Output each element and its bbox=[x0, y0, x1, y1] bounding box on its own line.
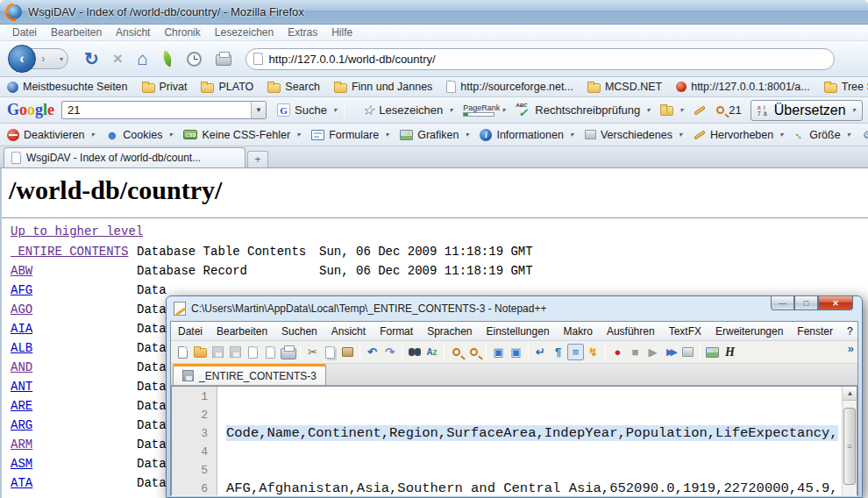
npp-menu-datei[interactable]: Datei bbox=[171, 325, 210, 338]
textfx-h-icon[interactable]: H bbox=[722, 344, 738, 360]
toolbar-overflow-chevron[interactable]: » bbox=[848, 342, 854, 355]
undo-icon[interactable]: ↶ bbox=[364, 344, 381, 360]
url-bar[interactable]: http://127.0.0.1/world-db/country/ bbox=[245, 48, 835, 70]
google-lesezeichen-button[interactable]: ☆Lesezeichen▾ bbox=[362, 102, 452, 118]
forward-button[interactable]: › bbox=[41, 52, 45, 65]
redo-icon[interactable]: ↷ bbox=[381, 344, 398, 360]
macro-save-icon[interactable] bbox=[679, 344, 696, 360]
menu-chronik[interactable]: Chronik bbox=[157, 26, 207, 39]
notepadpp-titlebar[interactable]: C:\Users\Martin\AppData\Local\Temp\_ENTI… bbox=[170, 296, 858, 321]
bookmark-mcsd[interactable]: MCSD.NET bbox=[587, 81, 662, 93]
npp-menu-format[interactable]: Format bbox=[373, 325, 420, 338]
close-all-icon[interactable] bbox=[262, 344, 279, 360]
close-button[interactable]: ✕ bbox=[818, 296, 853, 310]
menu-lesezeichen[interactable]: Lesezeichen bbox=[208, 26, 281, 39]
menu-bearbeiten[interactable]: Bearbeiten bbox=[44, 26, 109, 39]
stop-button[interactable]: × bbox=[113, 49, 123, 68]
entry-link-arg[interactable]: ARG bbox=[11, 418, 137, 432]
dev-hervorheben[interactable]: Hervorheben▾ bbox=[694, 129, 783, 141]
npp-menu-help[interactable]: ? bbox=[840, 325, 860, 338]
macro-record-icon[interactable]: ● bbox=[609, 344, 626, 360]
google-search-input[interactable]: 21 ▼ bbox=[61, 101, 267, 119]
npp-menu-bearbeiten[interactable]: Bearbeiten bbox=[210, 325, 274, 338]
npp-menu-ansicht[interactable]: Ansicht bbox=[324, 325, 373, 338]
sync-horizontal-icon[interactable]: ▣ bbox=[508, 344, 524, 360]
npp-menu-textfx[interactable]: TextFX bbox=[662, 325, 708, 338]
npp-menu-makro[interactable]: Makro bbox=[557, 325, 600, 338]
npp-menu-suchen[interactable]: Suchen bbox=[274, 325, 324, 338]
entry-link-entire-contents[interactable]: _ENTIRE_CONTENTS bbox=[11, 245, 137, 259]
macro-play-icon[interactable]: ▶ bbox=[644, 344, 661, 360]
bookmark-finn-und-jannes[interactable]: Finn und Jannes bbox=[334, 81, 432, 93]
macro-run-multiple-icon[interactable]: ▶▶ bbox=[662, 344, 679, 360]
save-icon[interactable] bbox=[210, 344, 226, 360]
uebersetzen-button[interactable]: aí7ä Übersetzen ▾ bbox=[751, 100, 863, 121]
feed-leaf-icon[interactable] bbox=[160, 51, 174, 68]
paste-icon[interactable] bbox=[339, 344, 356, 360]
vertical-scrollbar[interactable]: ▲ ≡ bbox=[842, 387, 857, 495]
show-all-chars-icon[interactable]: ¶ bbox=[550, 344, 566, 360]
replace-icon[interactable]: Az bbox=[423, 344, 440, 360]
npp-menu-fenster[interactable]: Fenster bbox=[790, 325, 840, 338]
menu-extras[interactable]: Extras bbox=[281, 26, 324, 39]
npp-menu-einstellungen[interactable]: Einstellungen bbox=[480, 325, 557, 338]
entry-link-ago[interactable]: AGO bbox=[11, 302, 137, 317]
home-button[interactable]: ⌂ bbox=[137, 48, 148, 69]
function-list-icon[interactable]: ↯ bbox=[585, 344, 601, 360]
google-search-value[interactable]: 21 bbox=[62, 103, 251, 117]
scrollbar-thumb[interactable]: ≡ bbox=[843, 408, 856, 485]
entry-link-asm[interactable]: ASM bbox=[11, 457, 137, 471]
cut-icon[interactable]: ✂ bbox=[304, 344, 321, 360]
open-file-icon[interactable] bbox=[192, 344, 209, 360]
npp-menu-erweiterungen[interactable]: Erweiterungen bbox=[708, 325, 790, 338]
entry-link-aia[interactable]: AIA bbox=[11, 322, 137, 336]
chevron-down-icon[interactable]: ▾ bbox=[502, 106, 505, 114]
print-button[interactable] bbox=[216, 54, 231, 66]
npp-menu-sprachen[interactable]: Sprachen bbox=[420, 325, 479, 338]
spellcheck-button[interactable]: Rechtschreibprüfung▾ bbox=[516, 103, 650, 117]
find-icon[interactable] bbox=[406, 344, 423, 360]
entry-link-and[interactable]: AND bbox=[11, 360, 137, 374]
indent-guide-icon[interactable]: ≡ bbox=[567, 344, 584, 360]
url-text[interactable]: http://127.0.0.1/world-db/country/ bbox=[269, 53, 436, 66]
menu-datei[interactable]: Datei bbox=[5, 26, 44, 39]
pagerank-indicator[interactable]: PageRank bbox=[463, 104, 500, 117]
zoom-indicator[interactable]: 21 bbox=[716, 103, 741, 117]
bookmark-search[interactable]: Search bbox=[267, 81, 320, 93]
history-clock-icon[interactable] bbox=[187, 52, 202, 67]
sendto-button[interactable]: ▾ bbox=[660, 104, 683, 116]
editor-area[interactable]: 1 2 3 4 5 6 Code,Name,Continent,Region,S… bbox=[171, 386, 857, 495]
dev-deaktivieren[interactable]: Deaktivieren▾ bbox=[7, 129, 95, 141]
menu-ansicht[interactable]: Ansicht bbox=[109, 26, 157, 39]
bookmark-privat[interactable]: Privat bbox=[142, 81, 188, 93]
word-wrap-icon[interactable]: ↵ bbox=[532, 344, 549, 360]
new-tab-button[interactable]: + bbox=[247, 151, 268, 167]
save-all-icon[interactable] bbox=[227, 344, 244, 360]
entry-link-are[interactable]: ARE bbox=[11, 399, 137, 413]
entry-link-ant[interactable]: ANT bbox=[11, 380, 137, 394]
entry-link-ata[interactable]: ATA bbox=[11, 476, 137, 490]
up-to-higher-level-link[interactable]: Up to higher level bbox=[11, 224, 143, 238]
close-doc-icon[interactable] bbox=[245, 344, 261, 360]
bookmark-sourceforge[interactable]: http://sourceforge.net... bbox=[446, 81, 573, 93]
macro-stop-icon[interactable]: ■ bbox=[627, 344, 644, 360]
dev-css[interactable]: CSSKeine CSS-Fehler▾ bbox=[183, 129, 300, 141]
new-file-icon[interactable] bbox=[174, 344, 191, 360]
copy-icon[interactable] bbox=[322, 344, 338, 360]
document-tab[interactable]: _ENTIRE_CONTENTS-3 bbox=[173, 364, 326, 385]
entry-link-abw[interactable]: ABW bbox=[11, 264, 137, 278]
code-text[interactable]: Code,Name,Continent,Region,SurfaceArea,I… bbox=[217, 387, 857, 495]
restore-button[interactable]: □ bbox=[794, 296, 818, 310]
highlighter-button[interactable] bbox=[694, 109, 706, 112]
print-icon[interactable] bbox=[280, 344, 296, 360]
npp-close-document-button[interactable]: X bbox=[860, 326, 868, 337]
dev-extras[interactable]: ⚙Extras▾ bbox=[862, 128, 868, 141]
back-button[interactable]: ‹ bbox=[8, 45, 36, 73]
doc-monitor-icon[interactable] bbox=[704, 344, 721, 360]
entry-link-afg[interactable]: AFG bbox=[11, 283, 137, 297]
bookmark-meistbesuchte[interactable]: Meistbesuchte Seiten bbox=[7, 81, 128, 93]
bookmark-127-8001[interactable]: http://127.0.0.1:8001/a... bbox=[676, 81, 810, 93]
bookmark-tree-samples[interactable]: Tree Samples bbox=[824, 81, 868, 93]
minimize-button[interactable]: — bbox=[771, 296, 794, 310]
reload-button[interactable]: ↻ bbox=[84, 48, 99, 69]
